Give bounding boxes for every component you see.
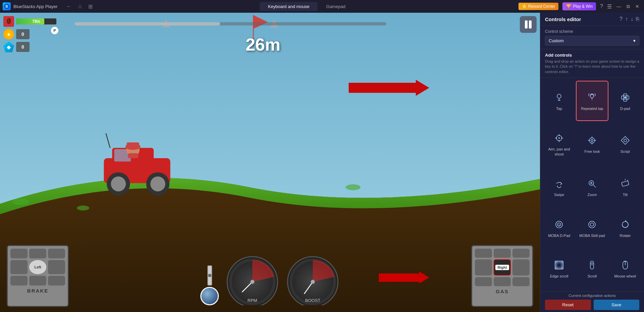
- title-bar: B BlueStacks App Player ← ⌂ ⊞ Keyboard a…: [0, 0, 644, 13]
- controls-editor: Controls editor ? ↑ ↓ ⎘ Control scheme C…: [540, 13, 644, 312]
- svg-rect-57: [622, 181, 629, 187]
- control-item-scroll[interactable]: Scroll: [576, 248, 608, 289]
- editor-copy-button[interactable]: ⎘: [636, 16, 639, 22]
- control-item-tap[interactable]: Tap: [543, 81, 575, 121]
- help-button[interactable]: ?: [600, 3, 603, 9]
- fuel-icon: 🛢: [3, 16, 14, 27]
- svg-point-9: [150, 177, 165, 192]
- rotate-icon: [618, 218, 632, 231]
- brake-panel: Left BRAKE: [7, 245, 69, 307]
- moba-skill-icon: [585, 218, 599, 231]
- editor-import-button[interactable]: ↓: [631, 16, 633, 22]
- p-badge: P: [51, 27, 58, 34]
- rpm-gauge: RPM: [226, 255, 279, 305]
- hud-top: 🛢 79m ● 0 P ◆ 0: [3, 16, 56, 52]
- boost-gauge: BOOST: [286, 255, 340, 305]
- editor-export-button[interactable]: ↑: [625, 16, 628, 22]
- distance-display: 26m: [246, 35, 281, 55]
- editor-title: Controls editor: [545, 16, 581, 22]
- svg-point-70: [591, 262, 593, 265]
- aim-pan-shoot-icon: [552, 131, 566, 145]
- svg-point-19: [12, 198, 29, 205]
- panel-hole: [494, 249, 511, 258]
- scroll-icon: [585, 258, 599, 272]
- control-item-mouse-wheel[interactable]: Mouse wheel: [609, 248, 641, 289]
- control-item-rotate[interactable]: Rotate: [609, 208, 641, 248]
- panel-hole: [512, 277, 530, 286]
- control-item-aim-pan-shoot[interactable]: Aim, pan and shoot: [543, 122, 575, 167]
- editor-header: Controls editor ? ↑ ↓ ⎘: [540, 13, 644, 26]
- svg-text:5: 5: [558, 224, 560, 227]
- script-label: Script: [621, 149, 630, 154]
- free-look-label: Free look: [585, 149, 600, 154]
- pause-button[interactable]: [520, 16, 537, 33]
- nav-home-button[interactable]: ⌂: [77, 3, 84, 10]
- svg-point-46: [591, 139, 593, 141]
- control-item-swipe[interactable]: Swipe: [543, 167, 575, 207]
- reward-center-button[interactable]: ⭐ Reward Center: [518, 3, 558, 10]
- panel-hole: [48, 276, 65, 286]
- editor-help-button[interactable]: ?: [620, 16, 623, 22]
- window-restore-button[interactable]: ⧉: [625, 3, 632, 10]
- gas-label: GAS: [475, 288, 530, 303]
- control-item-free-look[interactable]: Free look: [576, 122, 608, 167]
- coin-hud-item: ● 0 P: [3, 29, 56, 40]
- script-icon: [618, 134, 632, 147]
- nav-tab-button[interactable]: ⊞: [86, 3, 95, 10]
- svg-point-52: [624, 139, 627, 142]
- edge-scroll-label: Edge scroll: [550, 274, 568, 278]
- app-name: BlueStacks App Player: [13, 4, 58, 9]
- svg-rect-68: [555, 267, 563, 269]
- svg-text:BOOST: BOOST: [305, 298, 320, 303]
- control-item-tilt[interactable]: Tilt: [609, 167, 641, 207]
- add-controls-section: Add controls Drag and drop an action on …: [540, 49, 644, 78]
- svg-point-7: [111, 177, 126, 192]
- brake-center-button[interactable]: Left: [29, 260, 46, 274]
- tab-keyboard-mouse[interactable]: Keyboard and mouse: [260, 2, 317, 11]
- add-controls-desc: Drag and drop an action on your game scr…: [545, 59, 639, 74]
- window-close-button[interactable]: ✕: [633, 3, 641, 10]
- control-item-script[interactable]: Script: [609, 122, 641, 167]
- control-item-zoom[interactable]: Zoom: [576, 167, 608, 207]
- red-arrow-repeated-tap: [349, 80, 429, 96]
- coin-counter: 0: [16, 29, 30, 39]
- control-item-edge-scroll[interactable]: Edge scroll: [543, 248, 575, 289]
- panel-hole: [48, 249, 65, 258]
- panel-hole: [512, 259, 530, 275]
- svg-point-61: [589, 221, 595, 228]
- menu-button[interactable]: ☰: [607, 3, 612, 10]
- svg-rect-14: [127, 142, 139, 147]
- control-item-moba-dpad[interactable]: 5MOBA D-Pad: [543, 208, 575, 248]
- d-pad-label: D-pad: [620, 106, 630, 111]
- svg-point-35: [590, 95, 594, 98]
- gas-right-key[interactable]: Right: [494, 259, 511, 275]
- fuel-text: 79m: [32, 19, 40, 24]
- tab-gamepad[interactable]: Gamepad: [318, 2, 353, 11]
- tap-icon: [552, 91, 566, 104]
- red-arrow-gas: [379, 271, 429, 284]
- scheme-dropdown[interactable]: Custom ▾: [545, 36, 639, 46]
- control-item-repeated-tap[interactable]: Repeated tap: [576, 81, 608, 121]
- moba-dpad-icon: 5: [552, 218, 566, 231]
- svg-point-62: [590, 223, 594, 226]
- control-item-moba-skill[interactable]: MOBA Skill pad: [576, 208, 608, 248]
- save-button[interactable]: Save: [594, 300, 640, 310]
- svg-rect-12: [128, 153, 138, 158]
- reset-button[interactable]: Reset: [545, 300, 591, 310]
- zoom-label: Zoom: [587, 192, 597, 197]
- tap-label: Tap: [556, 106, 562, 111]
- panel-hole: [48, 260, 65, 274]
- panel-hole: [512, 249, 530, 258]
- rotate-label: Rotate: [620, 233, 631, 238]
- mouse-wheel-label: Mouse wheel: [614, 274, 636, 278]
- svg-point-32: [311, 280, 315, 284]
- free-look-icon: [585, 134, 599, 147]
- panel-hole: [29, 276, 46, 286]
- window-minimize-button[interactable]: —: [614, 3, 623, 10]
- nav-back-button[interactable]: ←: [64, 3, 74, 10]
- aim-pan-shoot-label: Aim, pan and shoot: [546, 147, 573, 157]
- play-win-button[interactable]: 🏆Play & Win: [562, 2, 596, 10]
- editor-header-icons: ? ↑ ↓ ⎘: [620, 16, 639, 22]
- fuel-hud-item: 🛢 79m: [3, 16, 56, 27]
- control-item-d-pad[interactable]: D-pad: [609, 81, 641, 121]
